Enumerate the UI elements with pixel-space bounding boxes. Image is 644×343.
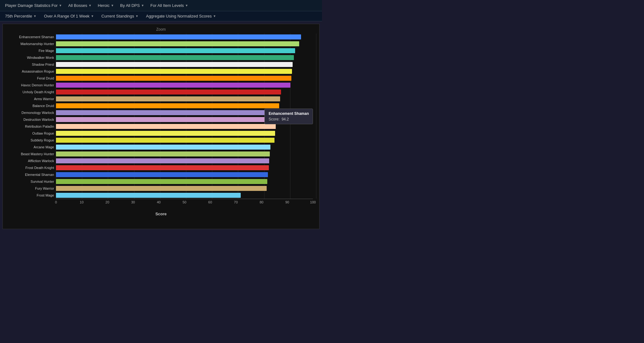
nav1-item-levels[interactable]: For All Item Levels▼ [149,3,189,8]
y-label-8: Unholy Death Knight [6,89,56,95]
bar-1 [56,41,299,46]
bar-19 [56,165,269,170]
bar-row-11[interactable] [56,109,316,116]
y-label-22: Fury Warrior [6,185,56,192]
y-label-15: Subtlety Rogue [6,137,56,144]
nav1-boss-filter[interactable]: All Bosses▼ [67,3,93,8]
y-label-9: Arms Warrior [6,95,56,102]
bar-8 [56,90,281,95]
nav1-arrow-stat-type: ▼ [59,4,62,7]
nav2-arrow-time-range: ▼ [91,14,94,18]
x-tick-10: 10 [80,200,83,204]
bar-row-21[interactable] [56,178,316,185]
nav2-time-range[interactable]: Over A Range Of 1 Week▼ [43,13,95,19]
x-axis-line [56,199,313,199]
x-tick-50: 50 [183,200,186,204]
bar-row-14[interactable] [56,130,316,137]
bar-9 [56,96,280,101]
bar-row-2[interactable] [56,47,316,54]
y-label-0: Enhancement Shaman [6,33,56,40]
bar-row-7[interactable] [56,82,316,89]
nav2-arrow-aggregate: ▼ [213,14,216,18]
x-tick-40: 40 [157,200,161,204]
y-label-13: Retribution Paladin [6,123,56,130]
bar-14 [56,131,275,136]
bar-row-10[interactable] [56,102,316,109]
y-label-10: Balance Druid [6,102,56,109]
bar-row-22[interactable] [56,185,316,192]
x-tick-60: 60 [208,200,212,204]
y-label-14: Outlaw Rogue [6,130,56,137]
nav2-percentile[interactable]: 75th Percentile▼ [4,13,38,19]
y-label-19: Frost Death Knight [6,164,56,171]
x-tick-80: 80 [259,200,263,204]
y-label-20: Elemental Shaman [6,171,56,178]
bar-row-18[interactable] [56,157,316,164]
bar-12 [56,117,277,122]
bar-22 [56,186,267,191]
nav2-arrow-percentile: ▼ [33,14,37,18]
x-axis-label: Score [6,212,316,216]
bar-row-8[interactable] [56,89,316,95]
y-label-23: Frost Mage [6,192,56,199]
y-label-17: Beast Mastery Hunter [6,151,56,157]
nav1-arrow-dps-filter: ▼ [141,4,144,7]
bar-18 [56,158,269,163]
bar-row-16[interactable] [56,144,316,151]
grid-line-100 [316,33,316,199]
y-label-18: Affliction Warlock [6,157,56,164]
bar-row-9[interactable] [56,95,316,102]
bar-row-13[interactable] [56,123,316,130]
y-label-3: Windwalker Monk [6,54,56,61]
bar-row-0[interactable] [56,33,316,40]
zoom-label: Zoom [6,27,316,32]
bar-16 [56,145,270,150]
x-tick-100: 100 [310,200,316,204]
nav1-label-dps-filter: By All DPS [120,3,140,8]
secondary-nav: 75th Percentile▼Over A Range Of 1 Week▼C… [0,11,322,21]
bar-row-3[interactable] [56,54,316,61]
primary-nav: Player Damage Statistics For▼All Bosses▼… [0,0,322,11]
nav1-arrow-item-levels: ▼ [185,4,188,7]
nav1-arrow-boss-filter: ▼ [88,4,92,7]
bar-23 [56,193,241,198]
bar-row-12[interactable] [56,116,316,123]
bar-row-20[interactable] [56,171,316,178]
bars-area [56,33,316,199]
nav1-label-item-levels: For All Item Levels [150,3,184,8]
bar-row-5[interactable] [56,68,316,75]
nav1-arrow-difficulty: ▼ [111,4,114,7]
bar-11 [56,110,277,115]
y-label-1: Marksmanship Hunter [6,40,56,47]
bar-row-19[interactable] [56,164,316,171]
bar-13 [56,124,276,129]
x-axis: 0102030405060708090100 [56,200,313,207]
x-tick-20: 20 [105,200,109,204]
nav2-aggregate[interactable]: Aggregate Using Normalized Scores▼ [145,13,217,19]
nav1-stat-type[interactable]: Player Damage Statistics For▼ [4,3,63,8]
bar-row-17[interactable] [56,151,316,157]
bar-6 [56,76,291,81]
bar-row-4[interactable] [56,61,316,68]
nav1-dps-filter[interactable]: By All DPS▼ [119,3,145,8]
nav2-label-aggregate: Aggregate Using Normalized Scores [146,14,212,18]
bar-21 [56,179,267,184]
bar-row-1[interactable] [56,40,316,47]
bar-17 [56,151,270,156]
x-tick-0: 0 [55,200,57,204]
y-label-4: Shadow Priest [6,61,56,68]
y-label-7: Havoc Demon Hunter [6,82,56,89]
bar-row-6[interactable] [56,75,316,82]
nav2-label-percentile: 75th Percentile [5,14,32,18]
bar-row-15[interactable] [56,137,316,144]
x-tick-30: 30 [131,200,135,204]
bar-row-23[interactable] [56,192,316,199]
y-label-5: Assassination Rogue [6,68,56,75]
nav2-standings[interactable]: Current Standings▼ [100,13,140,19]
nav1-difficulty[interactable]: Heroic▼ [97,3,115,8]
bar-4 [56,62,293,67]
nav2-arrow-standings: ▼ [135,14,138,18]
bar-2 [56,48,295,53]
y-labels: Enhancement ShamanMarksmanship HunterFir… [6,33,56,199]
x-tick-70: 70 [234,200,238,204]
